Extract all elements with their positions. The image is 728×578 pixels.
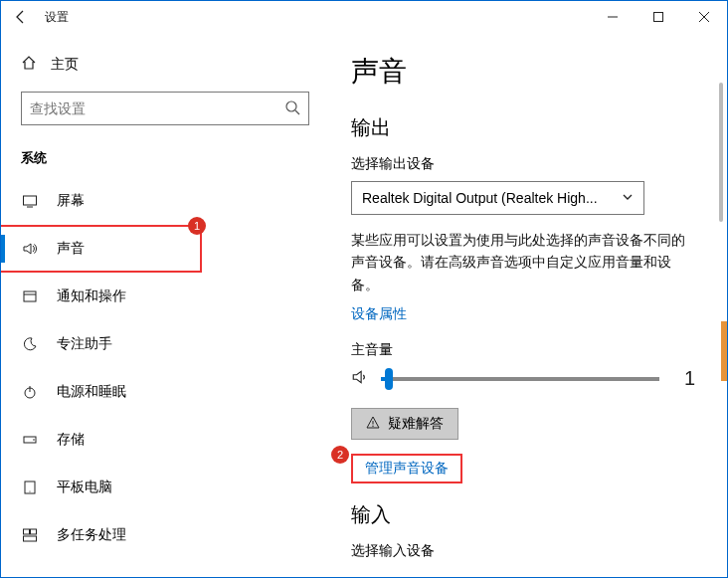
sidebar-item-storage[interactable]: 存储 (1, 418, 200, 462)
sidebar-item-multitask[interactable]: 多任务处理 (1, 513, 200, 557)
troubleshoot-button[interactable]: 疑难解答 (351, 408, 458, 440)
troubleshoot-label: 疑难解答 (388, 415, 444, 433)
volume-value: 1 (671, 367, 695, 390)
moon-icon (21, 335, 39, 353)
svg-rect-17 (31, 529, 37, 534)
svg-point-4 (286, 101, 296, 111)
sound-icon (21, 240, 39, 258)
scrollbar[interactable] (719, 83, 723, 222)
display-icon (21, 192, 39, 210)
manage-sound-devices-link[interactable]: 管理声音设备 (365, 460, 449, 478)
svg-rect-8 (24, 291, 36, 301)
svg-point-13 (33, 439, 35, 441)
output-device-label: 选择输出设备 (351, 155, 695, 173)
home-icon (21, 55, 37, 74)
warning-icon (366, 416, 380, 433)
sidebar-item-label: 平板电脑 (57, 479, 112, 496)
dropdown-value: Realtek Digital Output (Realtek High... (362, 190, 598, 206)
window-title: 设置 (45, 9, 69, 26)
annotation-badge-2: 2 (331, 446, 349, 464)
home-label: 主页 (51, 56, 79, 74)
input-heading: 输入 (351, 501, 695, 528)
sidebar-item-label: 多任务处理 (57, 526, 126, 544)
svg-rect-6 (24, 196, 37, 205)
tablet-icon (21, 479, 39, 496)
close-icon (699, 12, 709, 22)
sidebar-item-sound[interactable]: 声音 (1, 227, 200, 271)
sidebar-item-label: 专注助手 (57, 335, 112, 353)
volume-label: 主音量 (351, 341, 695, 359)
sidebar-item-tablet[interactable]: 平板电脑 (1, 466, 200, 509)
sidebar-item-notifications[interactable]: 通知和操作 (1, 275, 200, 318)
annotation-badge-1: 1 (188, 217, 206, 235)
arrow-left-icon (13, 9, 29, 25)
sidebar-item-label: 存储 (57, 431, 85, 449)
sidebar-item-power[interactable]: 电源和睡眠 (1, 370, 200, 414)
power-icon (21, 383, 39, 401)
output-hint: 某些应用可以设置为使用与此处选择的声音设备不同的声音设备。请在高级声音选项中自定… (351, 229, 695, 295)
sidebar-item-label: 屏幕 (57, 192, 85, 210)
speaker-icon[interactable] (351, 368, 369, 389)
sidebar-item-focus-assist[interactable]: 专注助手 (1, 322, 200, 366)
svg-rect-16 (24, 529, 30, 534)
minimize-button[interactable] (590, 1, 636, 33)
back-button[interactable] (11, 7, 31, 27)
multitask-icon (21, 526, 39, 544)
titlebar: 设置 (1, 1, 727, 33)
window-controls (590, 1, 727, 33)
close-button[interactable] (681, 1, 727, 33)
main-panel: 声音 输出 选择输出设备 Realtek Digital Output (Rea… (329, 33, 727, 577)
slider-thumb[interactable] (385, 368, 393, 390)
maximize-icon (653, 12, 663, 22)
volume-slider[interactable] (381, 377, 659, 381)
svg-rect-18 (24, 536, 37, 541)
storage-icon (21, 431, 39, 449)
search-box[interactable] (21, 92, 309, 125)
sidebar-item-display[interactable]: 屏幕 (1, 179, 200, 223)
svg-line-5 (295, 110, 299, 114)
sidebar-item-label: 声音 (57, 240, 85, 258)
maximize-button[interactable] (636, 1, 681, 33)
output-device-dropdown[interactable]: Realtek Digital Output (Realtek High... (351, 181, 644, 215)
home-link[interactable]: 主页 (1, 47, 329, 82)
page-title: 声音 (351, 53, 695, 91)
input-device-label: 选择输入设备 (351, 542, 695, 560)
section-label: 系统 (1, 143, 329, 179)
sidebar-item-label: 通知和操作 (57, 288, 126, 305)
orange-strip (721, 321, 727, 381)
sidebar: 主页 系统 屏幕 声音 1 (1, 33, 329, 577)
manage-devices-highlight: 2 管理声音设备 (351, 454, 462, 483)
minimize-icon (608, 12, 618, 22)
svg-rect-1 (654, 13, 663, 22)
volume-row: 1 (351, 367, 695, 390)
device-properties-link[interactable]: 设备属性 (351, 305, 407, 323)
sidebar-item-label: 电源和睡眠 (57, 383, 126, 401)
svg-point-20 (372, 425, 373, 426)
chevron-down-icon (622, 190, 634, 206)
search-input[interactable] (30, 100, 284, 116)
notifications-icon (21, 288, 39, 305)
svg-point-15 (29, 490, 30, 491)
output-heading: 输出 (351, 114, 695, 141)
search-icon (284, 99, 300, 118)
